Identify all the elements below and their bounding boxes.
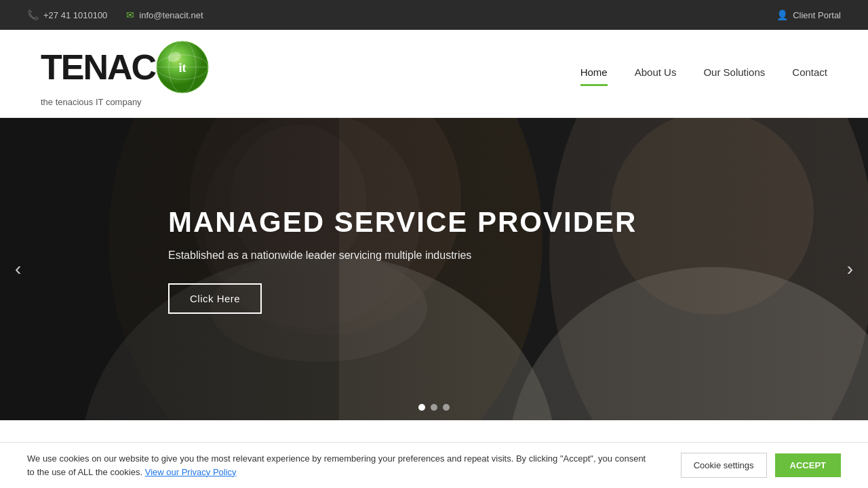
hero-cta-button[interactable]: Click Here [168, 283, 262, 314]
phone-item: 📞 +27 41 1010100 [27, 9, 107, 20]
email-item: ✉ info@tenacit.net [126, 9, 203, 20]
top-bar-left: 📞 +27 41 1010100 ✉ info@tenacit.net [27, 9, 203, 20]
carousel-dots [418, 404, 450, 411]
logo-wrapper: TENAC [41, 40, 210, 107]
nav-about[interactable]: About Us [635, 66, 677, 81]
cookie-actions: Cookie settings ACCEPT [681, 453, 841, 478]
main-nav: Home About Us Our Solutions Contact [580, 66, 827, 81]
client-portal-label: Client Portal [793, 10, 841, 20]
carousel-dot-2[interactable] [431, 404, 437, 411]
hero-content: MANAGED SERVICE PROVIDER Established as … [168, 206, 637, 314]
email-icon: ✉ [126, 9, 134, 20]
privacy-policy-link[interactable]: View our Privacy Policy [145, 467, 237, 477]
cookie-bar: We use cookies on our website to give yo… [0, 442, 868, 488]
nav-contact[interactable]: Contact [792, 66, 827, 81]
logo-tagline: the tenacious IT company [41, 97, 142, 107]
nav-solutions[interactable]: Our Solutions [703, 66, 765, 81]
hero-section: MANAGED SERVICE PROVIDER Established as … [0, 118, 868, 420]
top-bar: 📞 +27 41 1010100 ✉ info@tenacit.net 👤 Cl… [0, 0, 868, 30]
cookie-message: We use cookies on our website to give yo… [27, 452, 654, 479]
carousel-prev-button[interactable]: ‹ [7, 253, 29, 285]
hero-title: MANAGED SERVICE PROVIDER [168, 206, 637, 239]
logo-globe: it [155, 40, 210, 94]
logo-row: TENAC [41, 40, 210, 94]
carousel-dot-3[interactable] [443, 404, 450, 411]
carousel-next-button[interactable]: › [839, 253, 861, 285]
cookie-text-content: We use cookies on our website to give yo… [27, 453, 646, 477]
email-address: info@tenacit.net [139, 10, 203, 20]
client-portal-area[interactable]: 👤 Client Portal [776, 9, 841, 20]
carousel-dot-1[interactable] [418, 404, 425, 411]
phone-icon: 📞 [27, 9, 39, 20]
cookie-settings-button[interactable]: Cookie settings [681, 453, 767, 478]
cookie-accept-button[interactable]: ACCEPT [775, 453, 841, 477]
phone-number: +27 41 1010100 [43, 10, 107, 20]
logo[interactable]: TENAC [41, 40, 210, 107]
svg-text:it: it [179, 61, 186, 75]
logo-text: TENAC [41, 47, 155, 87]
user-icon: 👤 [776, 9, 788, 20]
nav-home[interactable]: Home [580, 66, 608, 81]
hero-subtitle: Established as a nationwide leader servi… [168, 249, 637, 262]
header: TENAC [0, 30, 868, 118]
